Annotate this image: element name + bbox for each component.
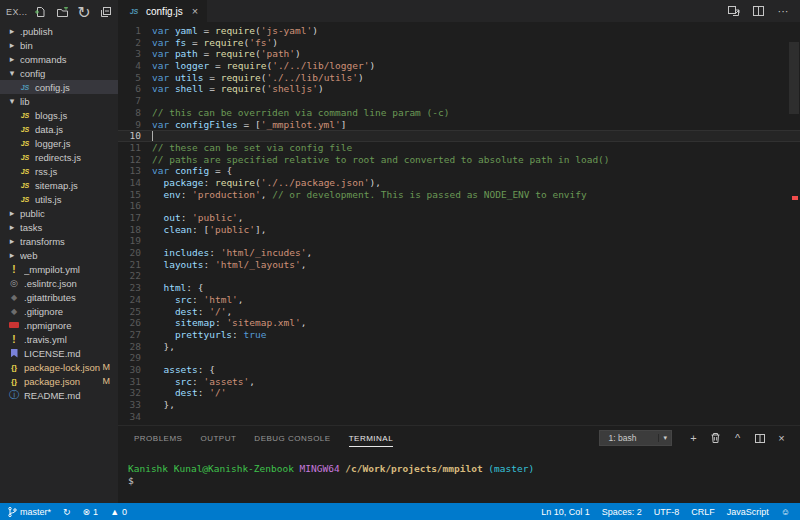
tree-item-sitemap-js[interactable]: JSsitemap.js	[0, 178, 118, 192]
tree-item-lib[interactable]: ▾lib	[0, 94, 118, 108]
code-token: var	[152, 48, 175, 60]
tree-item-web[interactable]: ▸web	[0, 248, 118, 262]
tree-item--mmpilot-yml[interactable]: !_mmpilot.yml	[0, 262, 118, 276]
tree-item-package-json[interactable]: {}package.jsonM	[0, 374, 118, 388]
cursor-position[interactable]: Ln 10, Col 1	[541, 507, 590, 517]
code-line[interactable]: 28 },	[118, 341, 800, 353]
code-line[interactable]: 26 sitemap: 'sitemap.xml',	[118, 317, 800, 329]
panel-tab-output[interactable]: OUTPUT	[200, 430, 236, 447]
tree-item-rss-js[interactable]: JSrss.js	[0, 164, 118, 178]
refresh-icon[interactable]: ↻	[78, 6, 91, 19]
feedback[interactable]: ☺	[781, 507, 790, 517]
more-actions-icon[interactable]: ···	[776, 4, 790, 18]
code-editor[interactable]: 1var yaml = require('js-yaml')2var fs = …	[118, 22, 800, 425]
code-line[interactable]: 18 clean: ['public'],	[118, 224, 800, 236]
tree-item-transforms[interactable]: ▸transforms	[0, 234, 118, 248]
panel-tab-problems[interactable]: PROBLEMS	[134, 430, 182, 447]
error-count[interactable]: ⊗1	[83, 507, 99, 517]
code-line[interactable]: 13var config = {	[118, 165, 800, 177]
tree-item--eslintrc-json[interactable]: ◎.eslintrc.json	[0, 276, 118, 290]
code-line[interactable]: 14 package: require('./../package.json')…	[118, 177, 800, 189]
tree-item-bin[interactable]: ▸bin	[0, 38, 118, 52]
code-line[interactable]: 7	[118, 95, 800, 107]
tree-item-tasks[interactable]: ▸tasks	[0, 220, 118, 234]
code-line[interactable]: 22	[118, 270, 800, 282]
tree-item-blogs-js[interactable]: JSblogs.js	[0, 108, 118, 122]
tree-item-config[interactable]: ▾config	[0, 66, 118, 80]
tree-item-public[interactable]: ▸public	[0, 206, 118, 220]
tree-item-commands[interactable]: ▸commands	[0, 52, 118, 66]
code-line[interactable]: 10	[118, 130, 800, 142]
code-line[interactable]: 19	[118, 235, 800, 247]
code-line[interactable]: 31 src: 'assets',	[118, 376, 800, 388]
scrollbar-thumb[interactable]	[789, 42, 799, 114]
code-line[interactable]: 32 dest: '/'	[118, 387, 800, 399]
code-line[interactable]: 27 prettyurls: true	[118, 329, 800, 341]
code-line[interactable]: 8// this can be overriden via command li…	[118, 107, 800, 119]
warning-count[interactable]: ▲0	[110, 507, 127, 517]
code-line[interactable]: 29	[118, 352, 800, 364]
code-line[interactable]: 25 dest: '/',	[118, 306, 800, 318]
editor-action-bar: ···	[726, 0, 800, 22]
indentation[interactable]: Spaces: 2	[602, 507, 642, 517]
code-line[interactable]: 23 html: {	[118, 282, 800, 294]
tree-item-label: README.md	[24, 390, 118, 401]
split-terminal-icon[interactable]	[753, 432, 766, 445]
git-branch-indicator[interactable]: master*	[8, 506, 51, 518]
code-line[interactable]: 24 src: 'html',	[118, 294, 800, 306]
code-line[interactable]: 5var utils = require('./../lib/utils')	[118, 72, 800, 84]
new-terminal-icon[interactable]: +	[687, 432, 700, 445]
overview-ruler[interactable]	[788, 22, 800, 425]
panel-action-bar: 1: bash ▾ +^×	[599, 430, 800, 446]
tree-item-package-lock-json[interactable]: {}package-lock.jsonM	[0, 360, 118, 374]
tree-item-utils-js[interactable]: JSutils.js	[0, 192, 118, 206]
open-changes-icon[interactable]	[726, 4, 740, 18]
panel-tab-terminal[interactable]: TERMINAL	[349, 430, 393, 447]
tree-item-config-js[interactable]: JSconfig.js	[0, 80, 118, 94]
new-file-icon[interactable]	[34, 6, 47, 19]
tab-config-js[interactable]: JS config.js ×	[118, 0, 207, 22]
panel-tab-debug-console[interactable]: DEBUG CONSOLE	[254, 430, 330, 447]
close-panel-icon[interactable]: ×	[775, 432, 788, 445]
tree-item--gitattributes[interactable]: ◆.gitattributes	[0, 290, 118, 304]
collapse-all-icon[interactable]	[100, 6, 113, 19]
language-mode[interactable]: JavaScript	[727, 507, 769, 517]
tree-item-readme-md[interactable]: ⓘREADME.md	[0, 388, 118, 402]
code-line[interactable]: 33 },	[118, 399, 800, 411]
tree-item-license-md[interactable]: LICENSE.md	[0, 346, 118, 360]
code-line[interactable]: 2var fs = require('fs')	[118, 37, 800, 49]
tree-item-data-js[interactable]: JSdata.js	[0, 122, 118, 136]
code-line[interactable]: 11// these can be set via config file	[118, 142, 800, 154]
code-line[interactable]: 1var yaml = require('js-yaml')	[118, 25, 800, 37]
tree-item--gitignore[interactable]: ◆.gitignore	[0, 304, 118, 318]
tree-item-redirects-js[interactable]: JSredirects.js	[0, 150, 118, 164]
code-line[interactable]: 15 env: 'production', // or development.…	[118, 189, 800, 201]
code-line[interactable]: 30 assets: {	[118, 364, 800, 376]
code-line[interactable]: 20 includes: 'html/_incudes',	[118, 247, 800, 259]
kill-terminal-icon[interactable]	[709, 432, 722, 445]
eol[interactable]: CRLF	[691, 507, 715, 517]
smiley-icon: ☺	[781, 507, 790, 517]
code-line[interactable]: 34	[118, 411, 800, 423]
code-line[interactable]: 21 layouts: 'html/_layouts',	[118, 259, 800, 271]
tree-item--travis-yml[interactable]: !.travis.yml	[0, 332, 118, 346]
code-line[interactable]: 4var logger = require('./../lib/logger')	[118, 60, 800, 72]
tree-item--npmignore[interactable]: .npmignore	[0, 318, 118, 332]
tree-item-logger-js[interactable]: JSlogger.js	[0, 136, 118, 150]
tree-item--publish[interactable]: ▸.publish	[0, 24, 118, 38]
code-line[interactable]: 17 out: 'public',	[118, 212, 800, 224]
new-folder-icon[interactable]	[56, 6, 69, 19]
code-line[interactable]: 3var path = require('path')	[118, 48, 800, 60]
sync-indicator[interactable]: ↻	[63, 507, 71, 517]
terminal-output[interactable]: Kanishk Kunal@Kanishk-Zenbook MINGW64 /c…	[118, 450, 800, 487]
terminal-selector[interactable]: 1: bash ▾	[599, 430, 672, 446]
code-line[interactable]: 6var shell = require('shelljs')	[118, 83, 800, 95]
close-tab-icon[interactable]: ×	[192, 5, 198, 17]
maximize-panel-icon[interactable]: ^	[731, 432, 744, 445]
encoding[interactable]: UTF-8	[654, 507, 680, 517]
code-line[interactable]: 16	[118, 200, 800, 212]
code-line[interactable]: 12// paths are specified relative to roo…	[118, 154, 800, 166]
code-token: 'html/_incudes'	[221, 247, 307, 259]
split-editor-icon[interactable]	[751, 4, 765, 18]
code-line[interactable]: 9var configFiles = ['_mmpilot.yml']	[118, 119, 800, 131]
